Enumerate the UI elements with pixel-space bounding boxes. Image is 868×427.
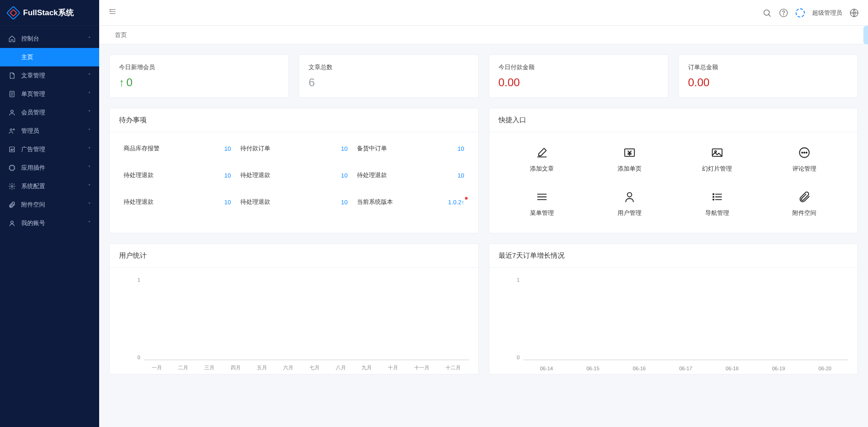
x-tick: 06-14 — [540, 366, 553, 371]
x-tick: 二月 — [178, 364, 188, 371]
panel-quick: 快捷入口 添加文章添加单页幻灯片管理评论管理菜单管理用户管理导航管理附件空间 — [489, 108, 858, 233]
tab-bar: 首页 — [99, 26, 868, 44]
stat-title: 文章总数 — [309, 63, 469, 71]
clip-icon — [798, 190, 811, 203]
sidebar-item-label: 控制台 — [21, 35, 39, 43]
stat-title: 订单总金额 — [688, 63, 848, 71]
todo-label: 当前系统版本 — [357, 198, 393, 206]
quick-item-menu[interactable]: 菜单管理 — [499, 186, 586, 222]
avatar[interactable] — [796, 8, 805, 18]
edit-icon — [535, 146, 548, 159]
quick-item-list[interactable]: 导航管理 — [673, 186, 761, 222]
user2-icon — [623, 190, 636, 203]
stat-value: 6 — [309, 76, 469, 89]
logo-icon — [6, 6, 20, 20]
sidebar-item-label: 单页管理 — [21, 90, 45, 98]
panel-todo-title: 待办事项 — [110, 108, 478, 132]
todo-label: 待处理退款 — [124, 171, 154, 179]
todo-item[interactable]: 待处理退款10 — [352, 162, 469, 189]
todo-label: 备货中订单 — [357, 144, 387, 153]
chevron-down-icon: ˅ — [88, 202, 91, 208]
quick-item-chat[interactable]: 评论管理 — [761, 142, 848, 178]
todo-value: 10 — [224, 172, 231, 179]
x-tick: 06-20 — [819, 366, 832, 371]
todo-item[interactable]: 待处理退款10 — [236, 189, 352, 215]
chevron-down-icon: ˅ — [88, 165, 91, 171]
y-tick: 0 — [122, 355, 140, 360]
todo-item[interactable]: 待处理退款10 — [119, 162, 236, 189]
todo-label: 商品库存报警 — [124, 144, 160, 153]
todo-value: 10 — [341, 172, 347, 179]
chevron-down-icon: ˅ — [88, 128, 91, 134]
quick-label: 添加单页 — [618, 165, 642, 173]
app-title: FullStack系统 — [23, 7, 74, 18]
todo-item[interactable]: 商品库存报警10 — [119, 135, 236, 162]
search-icon[interactable] — [762, 8, 772, 18]
menu-icon — [535, 190, 548, 203]
chevron-down-icon: ˅ — [88, 147, 91, 153]
stat-value: ↑ 0 — [119, 76, 279, 89]
stat-title: 今日新增会员 — [119, 63, 279, 71]
todo-item[interactable]: 待处理退款10 — [236, 162, 352, 189]
y-tick: 1 — [501, 277, 520, 283]
todo-label: 待处理退款 — [357, 171, 387, 179]
sidebar-item-label: 会员管理 — [21, 108, 45, 117]
tab-home[interactable]: 首页 — [108, 29, 133, 41]
todo-value: 10 — [458, 145, 464, 152]
sidebar-item-label: 管理员 — [21, 127, 39, 135]
todo-label: 待处理退款 — [240, 198, 270, 206]
x-tick: 八月 — [336, 364, 346, 371]
x-tick: 十一月 — [414, 364, 429, 371]
me-icon — [8, 189, 16, 258]
quick-label: 菜单管理 — [530, 209, 554, 217]
stat-card: 文章总数6 — [299, 54, 478, 98]
user-chart-title: 用户统计 — [110, 244, 478, 268]
quick-item-rmb[interactable]: 添加单页 — [586, 142, 673, 178]
help-icon[interactable] — [779, 8, 788, 18]
chevron-down-icon: ˅ — [88, 91, 91, 97]
right-dock-handle[interactable] — [863, 26, 868, 44]
todo-item[interactable]: 当前系统版本1.0.2↑ — [352, 189, 469, 215]
x-tick: 06-19 — [772, 366, 785, 371]
order-chart-title: 最近7天订单增长情况 — [489, 244, 858, 268]
quick-item-edit[interactable]: 添加文章 — [499, 142, 586, 178]
x-tick: 四月 — [231, 364, 241, 371]
x-tick: 三月 — [204, 364, 214, 371]
x-tick: 十二月 — [446, 364, 461, 371]
stat-card: 订单总金额0.00 — [678, 54, 858, 98]
sidebar-item-me[interactable]: 我的账号˅ — [0, 214, 99, 232]
quick-label: 幻灯片管理 — [702, 165, 732, 173]
sidebar-item-label: 附件空间 — [21, 201, 45, 209]
todo-item[interactable]: 备货中订单10 — [352, 135, 469, 162]
chevron-down-icon: ˅ — [88, 110, 91, 116]
todo-item[interactable]: 待付款订单10 — [236, 135, 352, 162]
x-tick: 06-18 — [725, 366, 738, 371]
todo-item[interactable]: 待处理退款10 — [119, 189, 236, 215]
stat-row: 今日新增会员↑ 0文章总数6今日付款金额0.00订单总金额0.00 — [109, 54, 858, 98]
panel-todo: 待办事项 商品库存报警10待付款订单10备货中订单10待处理退款10待处理退款1… — [109, 108, 479, 233]
content: 今日新增会员↑ 0文章总数6今日付款金额0.00订单总金额0.00 待办事项 商… — [99, 44, 868, 427]
x-tick: 06-15 — [586, 366, 599, 371]
quick-item-clip[interactable]: 附件空间 — [761, 186, 848, 222]
x-tick: 六月 — [283, 364, 293, 371]
logo[interactable]: FullStack系统 — [0, 0, 99, 26]
sidebar-item-label: 主页 — [21, 53, 33, 61]
stat-card: 今日付款金额0.00 — [489, 54, 668, 98]
topbar: 超级管理员 — [99, 0, 868, 26]
quick-item-user2[interactable]: 用户管理 — [586, 186, 673, 222]
username[interactable]: 超级管理员 — [812, 9, 842, 17]
stat-card: 今日新增会员↑ 0 — [109, 54, 289, 98]
language-icon[interactable] — [850, 8, 859, 18]
chevron-down-icon: ˅ — [88, 220, 91, 226]
quick-item-image[interactable]: 幻灯片管理 — [673, 142, 761, 178]
todo-label: 待付款订单 — [240, 144, 270, 153]
sidebar-item-label: 我的账号 — [21, 219, 45, 227]
todo-value: 10 — [341, 199, 347, 206]
sidebar-collapse-button[interactable] — [108, 7, 117, 18]
sidebar-menu: 控制台˄主页文章管理˅单页管理˅会员管理˅管理员˅广告管理˅应用插件˅系统配置˅… — [0, 26, 99, 427]
quick-label: 添加文章 — [530, 165, 554, 173]
quick-label: 用户管理 — [618, 209, 642, 217]
x-tick: 十月 — [388, 364, 398, 371]
quick-label: 附件空间 — [792, 209, 816, 217]
stat-title: 今日付款金额 — [499, 63, 659, 71]
